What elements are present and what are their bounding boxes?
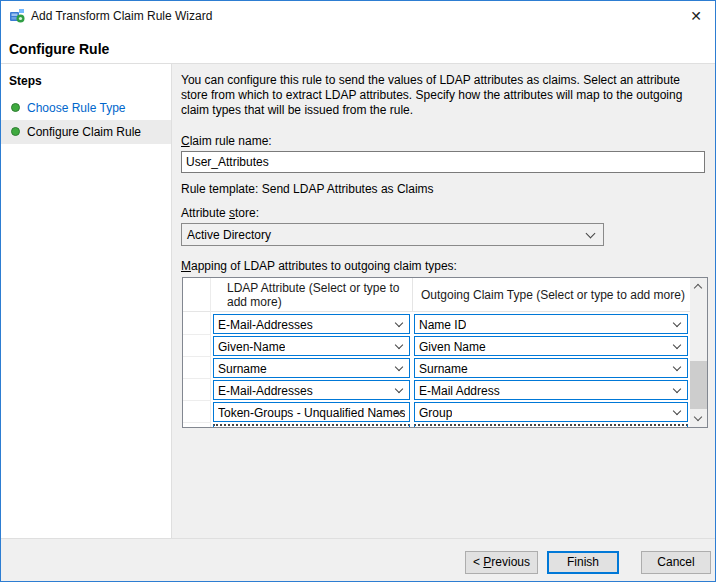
mapping-table-header: LDAP Attribute (Select or type to add mo…: [183, 278, 690, 312]
claim-rule-name-label: Claim rule name:: [181, 134, 272, 148]
claim-rule-name-input[interactable]: [181, 151, 705, 173]
close-icon[interactable]: ✕: [687, 7, 705, 25]
mapping-table: LDAP Attribute (Select or type to add mo…: [182, 277, 708, 428]
ldap-attribute-select[interactable]: [213, 424, 410, 427]
step-label: Configure Claim Rule: [27, 125, 141, 139]
sidebar-item-configure-claim-rule[interactable]: Configure Claim Rule: [1, 120, 171, 144]
page-title: Configure Rule: [9, 41, 109, 57]
attribute-store-select[interactable]: Active Directory: [181, 223, 604, 246]
attribute-store-value: Active Directory: [187, 228, 271, 242]
button-bar: < Previous Finish Cancel: [1, 539, 715, 582]
row-selector[interactable]: [183, 401, 210, 423]
row-selector[interactable]: [183, 335, 210, 357]
outgoing-claim-type-select[interactable]: E-Mail Address: [414, 380, 688, 400]
cancel-button[interactable]: Cancel: [641, 551, 711, 574]
previous-button[interactable]: < Previous: [465, 551, 538, 574]
ldap-attribute-select[interactable]: Token-Groups - Unqualified Names: [213, 402, 410, 422]
ldap-attribute-select[interactable]: Surname: [213, 358, 410, 378]
table-row: Given-Name Given Name: [183, 335, 690, 357]
mapping-label: Mapping of LDAP attributes to outgoing c…: [181, 259, 457, 273]
scrollbar-thumb[interactable]: [690, 361, 707, 409]
table-row-partial: [183, 423, 690, 427]
rule-template-label: Rule template: Send LDAP Attributes as C…: [181, 182, 434, 196]
step-label: Choose Rule Type: [27, 101, 126, 115]
mapping-table-body: E-Mail-Addresses Name ID Given-Name: [183, 313, 690, 427]
attribute-store-label: Attribute store:: [181, 206, 259, 220]
steps-sidebar: Steps Choose Rule Type Configure Claim R…: [1, 64, 171, 538]
ldap-attribute-select[interactable]: E-Mail-Addresses: [213, 380, 410, 400]
step-completed-bullet-icon: [11, 103, 20, 112]
chevron-down-icon: [673, 407, 681, 415]
row-selector[interactable]: [183, 313, 210, 335]
outgoing-claim-type-select[interactable]: [414, 424, 688, 427]
rule-description: You can configure this rule to send the …: [181, 73, 709, 118]
chevron-down-icon: [395, 385, 403, 393]
outgoing-claim-type-select[interactable]: Name ID: [414, 314, 688, 334]
content-panel: You can configure this rule to send the …: [172, 64, 716, 538]
table-row: Token-Groups - Unqualified Names Group: [183, 401, 690, 423]
ldap-attribute-select[interactable]: Given-Name: [213, 336, 410, 356]
table-row: Surname Surname: [183, 357, 690, 379]
row-selector[interactable]: [183, 357, 210, 379]
scroll-down-icon[interactable]: [690, 410, 707, 427]
title-bar: Add Transform Claim Rule Wizard ✕: [1, 1, 715, 31]
chevron-down-icon: [586, 229, 596, 239]
row-selector[interactable]: [183, 379, 210, 401]
wizard-window: Add Transform Claim Rule Wizard ✕ Config…: [0, 0, 716, 582]
steps-header: Steps: [9, 74, 42, 88]
chevron-down-icon: [673, 385, 681, 393]
column-header-outgoing-claim-type: Outgoing Claim Type (Select or type to a…: [421, 288, 689, 302]
column-separator: [412, 278, 413, 312]
ldap-attribute-select[interactable]: E-Mail-Addresses: [213, 314, 410, 334]
outgoing-claim-type-select[interactable]: Surname: [414, 358, 688, 378]
chevron-down-icon: [395, 363, 403, 371]
column-header-ldap-attribute: LDAP Attribute (Select or type to add mo…: [227, 281, 402, 309]
outgoing-claim-type-select[interactable]: Group: [414, 402, 688, 422]
finish-button[interactable]: Finish: [547, 551, 619, 574]
step-current-bullet-icon: [11, 127, 20, 136]
table-scrollbar[interactable]: [690, 278, 707, 427]
table-row: E-Mail-Addresses Name ID: [183, 313, 690, 335]
window-title: Add Transform Claim Rule Wizard: [31, 1, 212, 31]
sidebar-item-choose-rule-type[interactable]: Choose Rule Type: [1, 96, 171, 120]
chevron-down-icon: [395, 341, 403, 349]
chevron-down-icon: [673, 319, 681, 327]
outgoing-claim-type-select[interactable]: Given Name: [414, 336, 688, 356]
chevron-down-icon: [395, 319, 403, 327]
table-row: E-Mail-Addresses E-Mail Address: [183, 379, 690, 401]
wizard-icon: [9, 8, 25, 24]
scroll-up-icon[interactable]: [690, 278, 707, 295]
chevron-down-icon: [673, 363, 681, 371]
chevron-down-icon: [673, 341, 681, 349]
